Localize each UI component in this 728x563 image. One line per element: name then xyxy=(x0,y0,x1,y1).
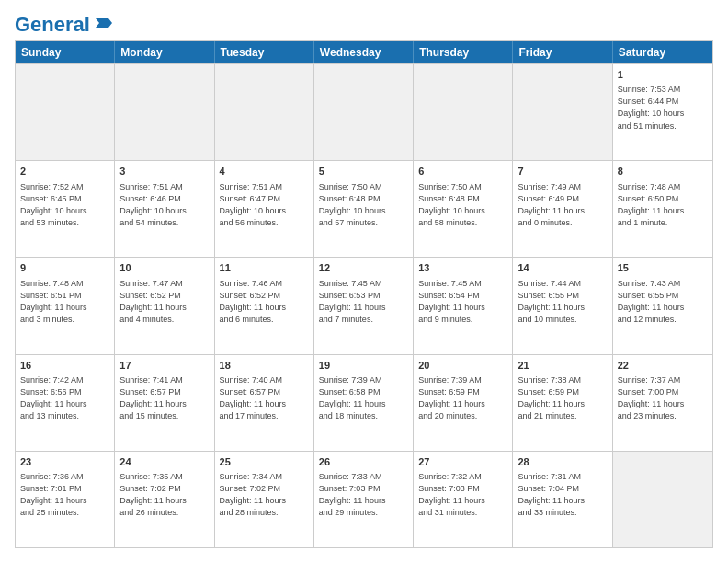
logo-arrow-icon xyxy=(92,13,112,33)
weekday-header: Tuesday xyxy=(215,41,314,63)
day-info: Sunrise: 7:37 AM Sunset: 7:00 PM Dayligh… xyxy=(618,374,708,422)
calendar-row: 2Sunrise: 7:52 AM Sunset: 6:45 PM Daylig… xyxy=(16,160,712,257)
calendar-cell: 1Sunrise: 7:53 AM Sunset: 6:44 PM Daylig… xyxy=(613,64,712,160)
calendar-cell: 11Sunrise: 7:46 AM Sunset: 6:52 PM Dayli… xyxy=(215,258,314,353)
day-info: Sunrise: 7:49 AM Sunset: 6:49 PM Dayligh… xyxy=(518,181,607,229)
day-info: Sunrise: 7:47 AM Sunset: 6:52 PM Dayligh… xyxy=(119,278,209,326)
weekday-header: Wednesday xyxy=(314,41,414,63)
day-info: Sunrise: 7:39 AM Sunset: 6:58 PM Dayligh… xyxy=(319,374,408,422)
calendar-cell: 17Sunrise: 7:41 AM Sunset: 6:57 PM Dayli… xyxy=(115,355,214,451)
day-number: 8 xyxy=(618,165,708,178)
day-number: 24 xyxy=(119,455,209,469)
weekday-header: Saturday xyxy=(613,41,712,63)
day-info: Sunrise: 7:34 AM Sunset: 7:02 PM Dayligh… xyxy=(220,471,309,519)
day-number: 23 xyxy=(20,455,109,469)
calendar-row: 23Sunrise: 7:36 AM Sunset: 7:01 PM Dayli… xyxy=(16,451,712,547)
day-number: 10 xyxy=(119,261,209,275)
calendar-cell: 14Sunrise: 7:44 AM Sunset: 6:55 PM Dayli… xyxy=(513,258,612,353)
day-number: 19 xyxy=(319,359,408,373)
day-number: 2 xyxy=(20,165,109,178)
day-number: 28 xyxy=(518,455,607,469)
calendar-cell xyxy=(613,452,712,547)
day-info: Sunrise: 7:35 AM Sunset: 7:02 PM Dayligh… xyxy=(119,471,209,519)
day-number: 25 xyxy=(220,455,309,469)
day-info: Sunrise: 7:45 AM Sunset: 6:53 PM Dayligh… xyxy=(319,278,408,326)
day-info: Sunrise: 7:51 AM Sunset: 6:46 PM Dayligh… xyxy=(119,181,209,229)
calendar-header: SundayMondayTuesdayWednesdayThursdayFrid… xyxy=(16,41,712,63)
day-number: 26 xyxy=(319,455,408,469)
day-number: 15 xyxy=(618,261,708,275)
calendar-cell: 24Sunrise: 7:35 AM Sunset: 7:02 PM Dayli… xyxy=(115,452,214,547)
day-info: Sunrise: 7:32 AM Sunset: 7:03 PM Dayligh… xyxy=(418,471,507,519)
calendar-cell: 19Sunrise: 7:39 AM Sunset: 6:58 PM Dayli… xyxy=(314,355,414,451)
header: General xyxy=(15,15,713,31)
calendar-cell: 2Sunrise: 7:52 AM Sunset: 6:45 PM Daylig… xyxy=(16,161,115,257)
calendar-cell: 27Sunrise: 7:32 AM Sunset: 7:03 PM Dayli… xyxy=(414,452,513,547)
day-number: 17 xyxy=(119,359,209,373)
day-number: 5 xyxy=(319,165,408,178)
calendar-cell xyxy=(314,64,414,160)
weekday-header: Sunday xyxy=(16,41,115,63)
day-info: Sunrise: 7:33 AM Sunset: 7:03 PM Dayligh… xyxy=(319,471,408,519)
calendar-cell xyxy=(115,64,214,160)
calendar-cell: 7Sunrise: 7:49 AM Sunset: 6:49 PM Daylig… xyxy=(513,161,612,257)
day-number: 13 xyxy=(418,261,507,275)
calendar-cell: 3Sunrise: 7:51 AM Sunset: 6:46 PM Daylig… xyxy=(115,161,214,257)
calendar-row: 16Sunrise: 7:42 AM Sunset: 6:56 PM Dayli… xyxy=(16,354,712,451)
logo: General xyxy=(15,15,112,31)
day-number: 11 xyxy=(220,261,309,275)
calendar-row: 9Sunrise: 7:48 AM Sunset: 6:51 PM Daylig… xyxy=(16,257,712,353)
day-info: Sunrise: 7:41 AM Sunset: 6:57 PM Dayligh… xyxy=(119,374,209,422)
calendar-cell: 10Sunrise: 7:47 AM Sunset: 6:52 PM Dayli… xyxy=(115,258,214,353)
calendar-cell: 18Sunrise: 7:40 AM Sunset: 6:57 PM Dayli… xyxy=(215,355,314,451)
day-number: 20 xyxy=(418,359,507,373)
day-info: Sunrise: 7:39 AM Sunset: 6:59 PM Dayligh… xyxy=(418,374,507,422)
day-number: 6 xyxy=(418,165,507,178)
day-number: 18 xyxy=(220,359,309,373)
calendar-cell: 4Sunrise: 7:51 AM Sunset: 6:47 PM Daylig… xyxy=(215,161,314,257)
calendar-cell: 16Sunrise: 7:42 AM Sunset: 6:56 PM Dayli… xyxy=(16,355,115,451)
day-info: Sunrise: 7:50 AM Sunset: 6:48 PM Dayligh… xyxy=(319,181,408,229)
day-info: Sunrise: 7:36 AM Sunset: 7:01 PM Dayligh… xyxy=(20,471,109,519)
day-info: Sunrise: 7:50 AM Sunset: 6:48 PM Dayligh… xyxy=(418,181,507,229)
calendar-row: 1Sunrise: 7:53 AM Sunset: 6:44 PM Daylig… xyxy=(16,63,712,160)
day-number: 27 xyxy=(418,455,507,469)
calendar-cell: 22Sunrise: 7:37 AM Sunset: 7:00 PM Dayli… xyxy=(613,355,712,451)
day-info: Sunrise: 7:31 AM Sunset: 7:04 PM Dayligh… xyxy=(518,471,607,519)
calendar-cell: 9Sunrise: 7:48 AM Sunset: 6:51 PM Daylig… xyxy=(16,258,115,353)
weekday-header: Thursday xyxy=(414,41,513,63)
calendar-cell: 13Sunrise: 7:45 AM Sunset: 6:54 PM Dayli… xyxy=(414,258,513,353)
day-number: 22 xyxy=(618,359,708,373)
calendar-cell: 8Sunrise: 7:48 AM Sunset: 6:50 PM Daylig… xyxy=(613,161,712,257)
calendar-cell: 21Sunrise: 7:38 AM Sunset: 6:59 PM Dayli… xyxy=(513,355,612,451)
calendar-cell: 26Sunrise: 7:33 AM Sunset: 7:03 PM Dayli… xyxy=(314,452,414,547)
calendar-cell xyxy=(215,64,314,160)
day-info: Sunrise: 7:43 AM Sunset: 6:55 PM Dayligh… xyxy=(618,278,708,326)
calendar-body: 1Sunrise: 7:53 AM Sunset: 6:44 PM Daylig… xyxy=(16,63,712,547)
day-info: Sunrise: 7:44 AM Sunset: 6:55 PM Dayligh… xyxy=(518,278,607,326)
day-number: 9 xyxy=(20,261,109,275)
day-info: Sunrise: 7:53 AM Sunset: 6:44 PM Dayligh… xyxy=(618,84,708,132)
calendar-cell: 28Sunrise: 7:31 AM Sunset: 7:04 PM Dayli… xyxy=(513,452,612,547)
day-info: Sunrise: 7:52 AM Sunset: 6:45 PM Dayligh… xyxy=(20,181,109,229)
weekday-header: Monday xyxy=(115,41,214,63)
day-info: Sunrise: 7:51 AM Sunset: 6:47 PM Dayligh… xyxy=(220,181,309,229)
day-info: Sunrise: 7:45 AM Sunset: 6:54 PM Dayligh… xyxy=(418,278,507,326)
day-info: Sunrise: 7:48 AM Sunset: 6:51 PM Dayligh… xyxy=(20,278,109,326)
day-number: 1 xyxy=(618,68,708,82)
day-info: Sunrise: 7:38 AM Sunset: 6:59 PM Dayligh… xyxy=(518,374,607,422)
day-info: Sunrise: 7:48 AM Sunset: 6:50 PM Dayligh… xyxy=(618,181,708,229)
day-number: 14 xyxy=(518,261,607,275)
day-number: 3 xyxy=(119,165,209,178)
calendar-cell xyxy=(414,64,513,160)
day-number: 16 xyxy=(20,359,109,373)
svg-marker-0 xyxy=(96,18,112,28)
calendar-cell: 12Sunrise: 7:45 AM Sunset: 6:53 PM Dayli… xyxy=(314,258,414,353)
calendar-cell: 15Sunrise: 7:43 AM Sunset: 6:55 PM Dayli… xyxy=(613,258,712,353)
calendar-cell: 20Sunrise: 7:39 AM Sunset: 6:59 PM Dayli… xyxy=(414,355,513,451)
day-info: Sunrise: 7:46 AM Sunset: 6:52 PM Dayligh… xyxy=(220,278,309,326)
calendar-cell: 25Sunrise: 7:34 AM Sunset: 7:02 PM Dayli… xyxy=(215,452,314,547)
page: General SundayMondayTuesdayWednesdayThur… xyxy=(0,0,728,563)
calendar-cell: 6Sunrise: 7:50 AM Sunset: 6:48 PM Daylig… xyxy=(414,161,513,257)
day-number: 12 xyxy=(319,261,408,275)
